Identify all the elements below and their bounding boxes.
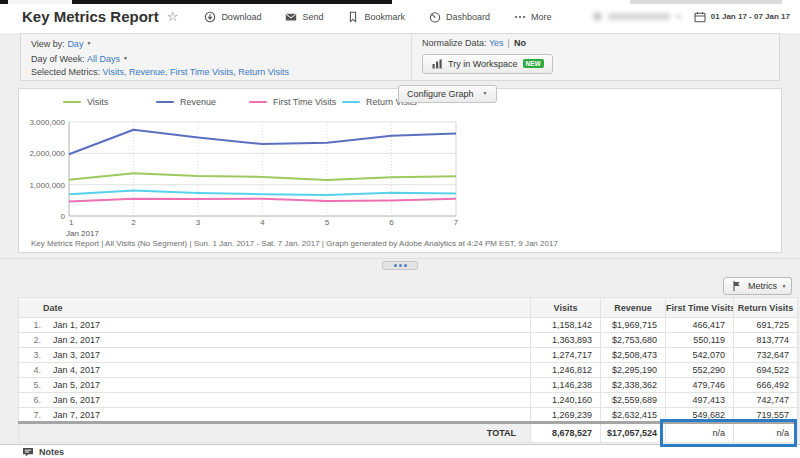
date-range-label: 01 Jan 17 - 07 Jan 17	[711, 12, 790, 21]
day-of-week-label: Day of Week:	[31, 54, 85, 64]
panel-divider	[0, 258, 800, 259]
normalize-no-option[interactable]: No	[514, 38, 526, 48]
legend-swatch	[342, 101, 360, 103]
return-visits-cell: 691,725	[734, 318, 798, 333]
notes-bar[interactable]: Notes	[0, 444, 800, 458]
panel-resize-handle[interactable]	[382, 261, 418, 270]
row-date: Jan 7, 2017	[53, 410, 100, 420]
action-label: Download	[221, 12, 261, 22]
revenue-cell: $2,559,689	[601, 393, 666, 408]
column-header-date[interactable]: Date	[19, 298, 531, 318]
chevron-down-icon	[86, 37, 91, 52]
browser-crop-artifact	[630, 0, 782, 4]
legend-swatch	[156, 101, 174, 103]
redacted-text	[608, 13, 670, 20]
action-label: Bookmark	[364, 12, 405, 22]
column-header-visits[interactable]: Visits	[531, 298, 601, 318]
day-of-week-select[interactable]: All Days	[87, 54, 120, 64]
download-button[interactable]: Download	[204, 11, 261, 23]
key-metrics-report-page: Key Metrics Report ☆ DownloadSendBookmar…	[0, 0, 800, 458]
bookmark-button[interactable]: Bookmark	[347, 11, 405, 23]
revenue-cell: $1,969,715	[601, 318, 666, 333]
total-label: TOTAL	[19, 423, 531, 443]
legend-label: Visits	[87, 97, 108, 107]
row-date: Jan 3, 2017	[53, 350, 100, 360]
total-revenue: $17,057,524	[601, 423, 666, 443]
notes-bubble-icon	[22, 446, 34, 458]
metrics-flag-icon	[731, 280, 743, 292]
graph-panel: VisitsRevenueFirst Time VisitsReturn Vis…	[18, 88, 782, 253]
svg-text:5: 5	[325, 218, 330, 227]
browser-crop-artifact	[8, 0, 72, 4]
column-header-return-visits[interactable]: Return Visits	[734, 298, 798, 318]
chart-legend: VisitsRevenueFirst Time VisitsReturn Vis…	[63, 97, 435, 107]
bookmark-icon	[347, 11, 359, 23]
column-header-revenue[interactable]: Revenue	[601, 298, 666, 318]
row-number: 3.	[19, 348, 41, 362]
svg-text:0: 0	[61, 212, 66, 221]
normalize-data-label: Normalize Data:	[422, 38, 487, 48]
legend-swatch	[63, 101, 81, 103]
selected-metrics-label: Selected Metrics:	[31, 67, 100, 77]
dashboard-button[interactable]: Dashboard	[429, 11, 490, 23]
revenue-cell: $2,753,680	[601, 333, 666, 348]
visits-cell: 1,246,812	[531, 363, 601, 378]
view-by-label: View by:	[31, 39, 65, 49]
notes-label: Notes	[39, 447, 64, 457]
try-in-workspace-label: Try in Workspace	[448, 59, 518, 69]
return-visits-cell: 742,747	[734, 393, 798, 408]
more-button[interactable]: More	[514, 11, 552, 23]
row-number: 2.	[19, 333, 41, 347]
redacted-report-suite-selector[interactable]	[593, 12, 682, 21]
metrics-dropdown-arrow[interactable]	[777, 277, 792, 295]
table-row: 5.Jan 5, 20171,146,238$2,338,362479,7466…	[19, 378, 798, 393]
send-button[interactable]: Send	[285, 11, 323, 23]
svg-text:7: 7	[454, 218, 459, 227]
legend-label: Revenue	[180, 97, 216, 107]
date-range-picker[interactable]: 01 Jan 17 - 07 Jan 17	[694, 11, 790, 23]
table-scrollbar[interactable]	[18, 421, 797, 424]
first-time-visits-cell: 552,290	[666, 363, 734, 378]
legend-item: First Time Visits	[249, 97, 342, 107]
normalize-yes-link[interactable]: Yes	[489, 38, 504, 48]
view-by-select[interactable]: Day	[67, 39, 83, 49]
total-return-visits: n/a	[734, 423, 798, 443]
return-visits-cell: 732,647	[734, 348, 798, 363]
total-first-time-visits: n/a	[666, 423, 734, 443]
date-cell: 2.Jan 2, 2017	[19, 333, 531, 348]
table-row: 4.Jan 4, 20171,246,812$2,295,190552,2906…	[19, 363, 798, 378]
filter-left: View by: Day Day of Week: All Days Selec…	[21, 34, 411, 80]
table-row: 3.Jan 3, 20171,274,717$2,508,473542,0707…	[19, 348, 798, 363]
revenue-cell: $2,295,190	[601, 363, 666, 378]
chevron-down-icon	[123, 52, 128, 67]
metrics-button-label: Metrics	[748, 281, 777, 291]
date-cell: 6.Jan 6, 2017	[19, 393, 531, 408]
first-time-visits-cell: 550,119	[666, 333, 734, 348]
dashboard-icon	[429, 11, 441, 23]
date-cell: 4.Jan 4, 2017	[19, 363, 531, 378]
row-date: Jan 5, 2017	[53, 380, 100, 390]
table-row: 2.Jan 2, 20171,363,893$2,753,680550,1198…	[19, 333, 798, 348]
favorite-star-icon[interactable]: ☆	[167, 9, 179, 24]
row-number: 1.	[19, 318, 41, 332]
visits-cell: 1,274,717	[531, 348, 601, 363]
graph-caption: Key Metrics Report | All Visits (No Segm…	[31, 239, 558, 248]
legend-label: First Time Visits	[273, 97, 336, 107]
filter-right: Normalize Data: Yes|No Try in Workspace …	[411, 34, 779, 80]
metrics-button[interactable]: Metrics	[723, 277, 785, 295]
first-time-visits-cell: 497,413	[666, 393, 734, 408]
svg-text:1,000,000: 1,000,000	[29, 181, 65, 190]
date-cell: 5.Jan 5, 2017	[19, 378, 531, 393]
selected-metrics-links[interactable]: Visits, Revenue, First Time Visits, Retu…	[103, 67, 290, 77]
column-header-first-time-visits[interactable]: First Time Visits	[666, 298, 734, 318]
try-in-workspace-button[interactable]: Try in Workspace NEW	[422, 54, 553, 74]
more-icon	[514, 11, 526, 23]
legend-item: Revenue	[156, 97, 249, 107]
report-header: Key Metrics Report ☆ DownloadSendBookmar…	[0, 0, 800, 33]
configure-graph-button[interactable]: Configure Graph	[398, 85, 497, 103]
table-body: 1.Jan 1, 20171,158,142$1,969,715466,4176…	[19, 318, 798, 423]
redacted-avatar	[593, 12, 602, 21]
workspace-chart-icon	[431, 58, 443, 70]
date-cell: 3.Jan 3, 2017	[19, 348, 531, 363]
svg-text:4: 4	[260, 218, 265, 227]
